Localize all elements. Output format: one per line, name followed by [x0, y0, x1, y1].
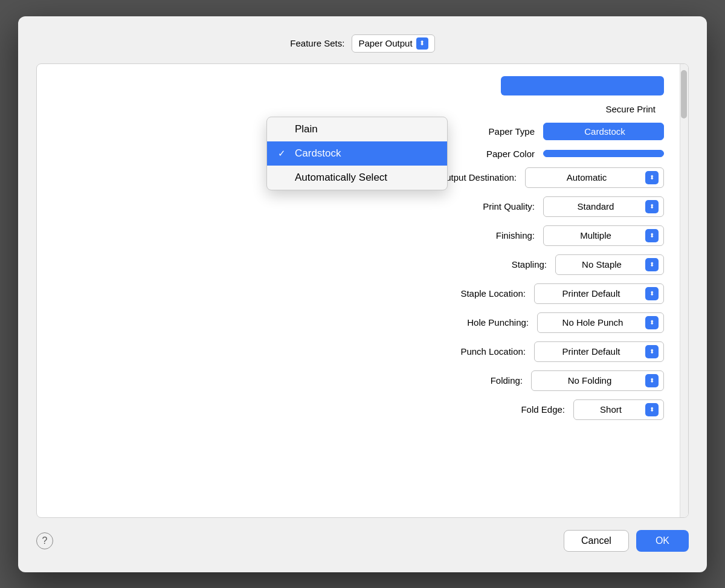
paper-color-select[interactable]: [543, 150, 664, 157]
staple-location-select[interactable]: Printer Default ⬍: [534, 283, 664, 304]
dialog-overlay: Feature Sets: Paper Output ⬍ Secure Prin…: [0, 0, 725, 588]
stapling-chevron: ⬍: [645, 258, 659, 271]
feature-sets-row: Feature Sets: Paper Output ⬍: [36, 34, 689, 53]
label-print-quality: Print Quality:: [483, 201, 535, 212]
dropdown-cardstock-label: Cardstock: [295, 147, 341, 160]
label-hole-punching: Hole Punching:: [467, 317, 529, 328]
hole-punching-chevron: ⬍: [645, 316, 659, 329]
feature-sets-select[interactable]: Paper Output ⬍: [352, 34, 434, 53]
hole-punching-value: No Hole Punch: [545, 317, 640, 328]
fold-edge-value: Short: [581, 404, 640, 415]
scroll-area[interactable]: Secure Print Paper Type Cardstock Plain: [37, 64, 688, 517]
scrollbar-thumb[interactable]: [681, 70, 687, 118]
staple-location-value: Printer Default: [542, 288, 640, 299]
label-staple-location: Staple Location:: [460, 288, 526, 299]
top-selected-bar: [501, 76, 664, 95]
paper-type-select[interactable]: Cardstock: [543, 123, 664, 140]
form-row-print-quality: Print Quality: Standard ⬍: [61, 196, 664, 217]
print-quality-select[interactable]: Standard ⬍: [543, 196, 664, 217]
finishing-value: Multiple: [551, 230, 640, 241]
label-punch-location: Punch Location:: [460, 346, 526, 357]
label-fold-edge: Fold Edge:: [521, 404, 565, 415]
fold-edge-chevron: ⬍: [645, 403, 659, 416]
output-destination-value: Automatic: [533, 172, 640, 183]
label-output-destination: Output Destination:: [439, 172, 517, 183]
finishing-select[interactable]: Multiple ⬍: [543, 225, 664, 246]
print-quality-value: Standard: [551, 201, 640, 212]
paper-type-value: Cardstock: [551, 126, 659, 137]
form-row-punch-location: Punch Location: Printer Default ⬍: [61, 341, 664, 362]
paper-type-dropdown: Plain ✓ Cardstock Automatically Select: [266, 117, 448, 190]
label-secure-print: Secure Print: [605, 104, 656, 114]
output-destination-chevron: ⬍: [645, 171, 659, 184]
print-quality-chevron: ⬍: [645, 200, 659, 213]
help-label: ?: [42, 535, 48, 546]
stapling-value: No Staple: [563, 259, 640, 270]
folding-select[interactable]: No Folding ⬍: [531, 370, 664, 391]
dropdown-item-cardstock[interactable]: ✓ Cardstock: [267, 141, 447, 166]
staple-location-chevron: ⬍: [645, 287, 659, 300]
help-button[interactable]: ?: [36, 532, 53, 549]
dropdown-item-plain[interactable]: Plain: [267, 117, 447, 141]
cancel-button[interactable]: Cancel: [564, 530, 629, 552]
cardstock-checkmark: ✓: [278, 148, 289, 159]
label-stapling: Stapling:: [512, 259, 547, 270]
fold-edge-select[interactable]: Short ⬍: [573, 399, 664, 420]
dropdown-plain-label: Plain: [295, 123, 318, 135]
feature-sets-label: Feature Sets:: [290, 38, 344, 48]
print-dialog: Feature Sets: Paper Output ⬍ Secure Prin…: [18, 16, 707, 572]
punch-location-select[interactable]: Printer Default ⬍: [534, 341, 664, 362]
finishing-chevron: ⬍: [645, 229, 659, 242]
form-row-paper-type: Paper Type Cardstock Plain ✓ Cardstock: [61, 123, 664, 140]
form-row-staple-location: Staple Location: Printer Default ⬍: [61, 283, 664, 304]
footer-buttons: Cancel OK: [564, 530, 689, 552]
form-row-stapling: Stapling: No Staple ⬍: [61, 254, 664, 275]
stapling-select[interactable]: No Staple ⬍: [555, 254, 664, 275]
punch-location-value: Printer Default: [542, 346, 640, 357]
dialog-footer: ? Cancel OK: [36, 518, 689, 554]
form-row-folding: Folding: No Folding ⬍: [61, 370, 664, 391]
hole-punching-select[interactable]: No Hole Punch ⬍: [537, 312, 664, 333]
form-row-finishing: Finishing: Multiple ⬍: [61, 225, 664, 246]
folding-chevron: ⬍: [645, 374, 659, 387]
form-row-hole-punching: Hole Punching: No Hole Punch ⬍: [61, 312, 664, 333]
folding-value: No Folding: [539, 375, 640, 386]
label-paper-type: Paper Type: [489, 126, 535, 137]
label-finishing: Finishing:: [496, 230, 535, 241]
dropdown-item-auto-select[interactable]: Automatically Select: [267, 166, 447, 190]
dropdown-auto-label: Automatically Select: [295, 172, 387, 184]
punch-location-chevron: ⬍: [645, 345, 659, 358]
ok-button[interactable]: OK: [636, 530, 689, 552]
output-destination-select[interactable]: Automatic ⬍: [525, 167, 664, 188]
scrollbar-track[interactable]: [680, 64, 688, 517]
feature-sets-value: Paper Output: [358, 38, 412, 48]
form-row-secure-print: Secure Print: [61, 104, 664, 114]
form-row-fold-edge: Fold Edge: Short ⬍: [61, 399, 664, 420]
main-panel: Secure Print Paper Type Cardstock Plain: [36, 63, 689, 518]
feature-sets-chevron-icon: ⬍: [416, 37, 428, 50]
label-paper-color: Paper Color: [486, 149, 535, 159]
label-folding: Folding:: [491, 375, 523, 386]
